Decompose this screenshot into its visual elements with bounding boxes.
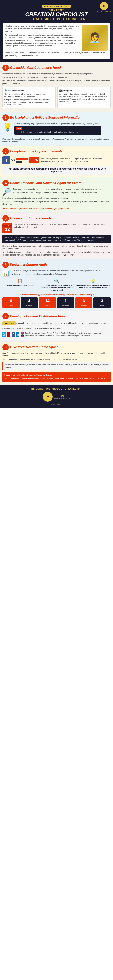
section-5-text1: Sessions change while needs come and go.… xyxy=(14,223,111,229)
header-desc-block: Creating content is easy. It is creating… xyxy=(3,23,110,59)
section-6-footer: For a more organised approach to auditin… xyxy=(2,294,111,296)
section-4: 4 Check, Recheck, and Recheck Again for … xyxy=(0,177,113,213)
section-6: 6 Perform a Content Audit 📊 An audit wil… xyxy=(0,259,113,311)
section-1-neil: Neil Patel, a top web influencer and onl… xyxy=(2,80,111,85)
tool-instagram: 📷 Instagram In contrast, Insights offer … xyxy=(57,87,111,108)
section-8-footer-note: Producing content may be intimidating at… xyxy=(2,372,111,382)
section-2-content: Instead of centering on your products or… xyxy=(14,123,101,136)
section-5: 5 Create an Editorial Calendar FEB 12 Se… xyxy=(0,213,113,259)
tool-twitter-header: 🐦 Twitter Metric Tool xyxy=(4,89,54,92)
stat-box-1: 4Blog Posts xyxy=(20,298,38,308)
section-4-text2: Nothing makes a content look unprofessio… xyxy=(13,191,101,194)
tool-twitter: 🐦 Twitter Metric Tool The Twitter metric… xyxy=(2,87,56,108)
col1-label: Causing all your published content xyxy=(2,285,38,287)
header-title-main: Creation Checklist xyxy=(3,12,110,17)
section-8-quote: As BusinessGrow.com notes, 'consistent p… xyxy=(2,363,111,370)
header-title-sub: 8 Strategic Steps to Consider xyxy=(3,17,110,21)
footer-logo-row: JG JG DIGITAL MARKETING xyxy=(3,391,110,402)
bar-with-image xyxy=(16,158,28,160)
footer-note2: You don't necessarily need to reinvent t… xyxy=(5,377,108,380)
section-5-number: 5 xyxy=(2,215,9,221)
section-7-remember: Remember: every online platform caters t… xyxy=(2,321,111,330)
col2-label: Examine each post and determine what nee… xyxy=(39,285,74,292)
stat-box-0: 6Audited xyxy=(2,298,20,308)
section-1-tools: 🐦 Twitter Metric Tool The Twitter metric… xyxy=(2,87,111,108)
stat-label-1: Blog Posts xyxy=(26,305,33,306)
stat-num-5: 3 xyxy=(94,299,110,303)
footer-title: Infographics Product Created By: xyxy=(3,388,110,390)
section-4-content: Proofreading is to content what bufferin… xyxy=(13,188,101,194)
facebook-social-icon: f xyxy=(12,332,15,337)
section-4-text1: Proofreading is to content what bufferin… xyxy=(13,188,101,191)
section-3: 3 Compliment the Copy with Visuals f vs … xyxy=(0,146,113,177)
section-6-header: 6 Perform a Content Audit xyxy=(2,261,111,268)
section-8-text1: Don't flood your audience with irrelevan… xyxy=(2,352,111,358)
stat-box-4: 6Backlinks xyxy=(75,298,93,308)
tool-twitter-sub: Categorised by popularity, gender, and p… xyxy=(4,99,54,106)
refs-label: REFERENCES: xyxy=(52,404,61,405)
section-5-examples: Examples of these variables include mast… xyxy=(2,245,111,250)
footer-brand: JG xyxy=(54,394,70,397)
section-8-header: 8 Give Your Readers Some Space xyxy=(2,344,111,350)
section-4-row: 🔎 Proofreading is to content what buffer… xyxy=(2,188,111,196)
section-3-icons: f vs 90% xyxy=(2,156,39,164)
section-8-title: Give Your Readers Some Space xyxy=(10,345,58,349)
section-6-content: An audit will allow you to identify what… xyxy=(11,270,101,276)
tool-instagram-text: In contrast, Insights offer you data abo… xyxy=(59,93,109,103)
cal-month: FEB xyxy=(2,224,13,227)
section-3-proves: That alone proves that incorporating ima… xyxy=(2,166,111,175)
section-5-quote: Make a list of all the variables that ar… xyxy=(2,235,111,243)
section-6-three-cols: 📋 Causing all your published content 🔍 E… xyxy=(2,278,111,292)
pinterest-social-icon: P xyxy=(7,332,10,337)
tool-twitter-text: The Twitter metric tool allows you to vi… xyxy=(4,93,54,98)
section-2-header: 2 Be Useful and a Reliable Source of Inf… xyxy=(2,115,111,121)
why-badge: why xyxy=(16,127,22,130)
footer-logo-circle: JG xyxy=(43,391,53,402)
section-3-number: 3 xyxy=(2,148,9,154)
stat-num-4: 6 xyxy=(76,299,91,303)
section-1-intro: Content Production is the time to set as… xyxy=(2,73,111,75)
stat-num-2: 14 xyxy=(40,299,55,303)
logo-initials: JG xyxy=(103,5,105,7)
section-2-text1: Instead of centering on your products or… xyxy=(14,123,101,125)
section-3-row: f vs 90% In Facebook, shared content wit… xyxy=(2,156,111,164)
section-3-header: 3 Compliment the Copy with Visuals xyxy=(2,148,111,154)
section-8-number: 8 xyxy=(2,344,9,350)
percent-badge: 90% xyxy=(29,158,39,163)
stat-num-0: 6 xyxy=(3,299,19,303)
section-2-title: Be Useful and a Reliable Source of Infor… xyxy=(10,116,82,119)
section-2: 2 Be Useful and a Reliable Source of Inf… xyxy=(0,112,113,146)
section-4-header: 4 Check, Recheck, and Recheck Again for … xyxy=(2,180,111,186)
logo-text: DIGITAL MARKETING xyxy=(97,10,111,12)
section-4-title: Check, Recheck, and Recheck Again for Er… xyxy=(10,181,82,185)
facebook-icon: f xyxy=(2,156,10,164)
section-3-title: Compliment the Copy with Visuals xyxy=(10,150,63,153)
header-image: 🧑‍💼 xyxy=(82,25,108,51)
col1-icon: 📋 xyxy=(2,278,38,284)
section-2-number: 2 xyxy=(2,115,9,121)
instagram-social-icon: 📷 xyxy=(20,332,24,337)
header-intro-p2: While some entrepreneurs have managed to… xyxy=(5,34,80,48)
section-6-audit-row: 📊 An audit will allow you to identify wh… xyxy=(2,270,111,277)
section-4-text3: Before hitting that publish button, be s… xyxy=(2,197,111,200)
remember-text: every online platform caters to a specif… xyxy=(2,322,108,329)
section-6-text1: An audit will allow you to identify what… xyxy=(11,270,101,272)
cal-day: 12 xyxy=(5,227,10,232)
section-2-row: 💡 Instead of centering on your products … xyxy=(2,123,111,136)
section-5-row: FEB 12 Sessions change while needs come … xyxy=(2,223,111,233)
col2-icon: 🔍 xyxy=(39,278,74,284)
col3-icon: 💡 xyxy=(75,278,111,284)
footer-refs: REFERENCES: xyxy=(3,403,110,406)
header-badge: JG Digital Marketing xyxy=(42,5,71,8)
section-5-title: Create an Editorial Calendar xyxy=(10,216,53,220)
calendar-icon: FEB 12 xyxy=(2,223,13,233)
section-1-number: 1 xyxy=(2,65,9,71)
instagram-icon: 📷 xyxy=(59,89,63,92)
section-3-text1: In Facebook, shared content with images … xyxy=(41,158,111,163)
section-7-header: 7 Develop a Content Distribution Plan xyxy=(2,313,111,320)
header-logo: JG DIGITAL MARKETING xyxy=(97,2,111,12)
section-1-title: Get Inside Your Customer's Head xyxy=(10,66,61,70)
section-6-text2: To do so, Content Marketing Institute re… xyxy=(11,273,101,276)
stat-box-2: 14Category xyxy=(39,298,56,308)
section-8: 8 Give Your Readers Some Space Don't flo… xyxy=(0,342,113,385)
